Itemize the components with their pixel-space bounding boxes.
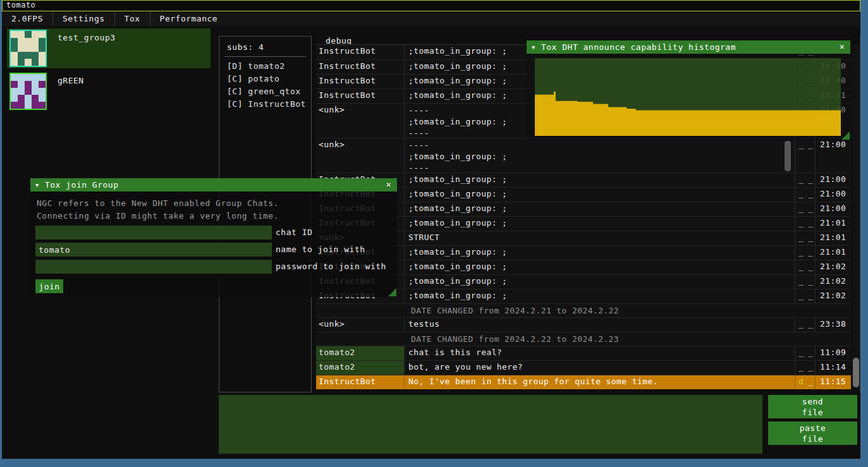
- join-field-row: chat ID: [35, 226, 397, 240]
- window-title: tomato: [6, 1, 35, 9]
- message-text: chat is this real?: [405, 346, 795, 360]
- members-header: subs: 4: [219, 37, 311, 52]
- member-item[interactable]: [C] green_qtox: [219, 85, 311, 98]
- avatar-pixel: [32, 59, 39, 66]
- status-mark: _: [808, 174, 813, 187]
- status-mark: _: [798, 291, 804, 303]
- resize-grip-icon[interactable]: [841, 131, 850, 140]
- avatar-pixel: [39, 81, 46, 88]
- message-text: ;tomato_in_group: ;: [405, 188, 795, 202]
- status-mark: _: [808, 348, 813, 360]
- message-text: testus: [405, 318, 795, 332]
- join-info-line: NGC refers to the New DHT enabled Group …: [37, 197, 397, 210]
- status-mark: _: [808, 362, 813, 375]
- window-titlebar[interactable]: tomato: [2, 0, 860, 11]
- collapse-triangle-icon[interactable]: ▼: [532, 44, 535, 51]
- menu-item-settings[interactable]: Settings: [53, 11, 115, 26]
- status-mark: _: [798, 262, 804, 274]
- avatar-pixel: [18, 31, 25, 38]
- dht-histogram-titlebar[interactable]: ▼ Tox DHT announce capability histogram …: [527, 40, 850, 54]
- avatar-pixel: [32, 31, 39, 38]
- message-time: 21:00: [816, 188, 851, 202]
- avatar-pixel: [11, 95, 18, 102]
- message-row[interactable]: tomato2bot, are you new here?__11:14: [316, 360, 851, 375]
- avatar-pixel: [25, 31, 32, 38]
- close-icon[interactable]: ✕: [837, 42, 847, 52]
- message-row[interactable]: InstructBotNo, I've been in this group f…: [316, 375, 851, 389]
- message-input[interactable]: [219, 395, 762, 454]
- message-text: ;tomato_in_group: ;: [405, 275, 795, 289]
- histogram-bars: [535, 58, 841, 136]
- group-name: test_group3: [58, 33, 116, 68]
- join-field-label: password to join with: [276, 260, 386, 274]
- avatar-pixel: [11, 38, 18, 45]
- status-mark: _: [798, 319, 804, 332]
- message-time: 21:02: [816, 260, 851, 274]
- avatar-pixel: [39, 31, 46, 38]
- avatar-pixel: [11, 45, 18, 52]
- message-sender: <unk>: [316, 138, 405, 173]
- join-group-title: Tox join Group: [45, 180, 119, 190]
- avatar-pixel: [18, 52, 25, 59]
- message-row[interactable]: <unk>----;tomato_in_group: ;----__21:00: [316, 138, 851, 173]
- message-text: No, I've been in this group for quite so…: [405, 375, 795, 389]
- avatar-pixel: [32, 102, 39, 109]
- close-icon[interactable]: ✕: [384, 179, 394, 190]
- date-separator-row: DATE CHANGED from 2024.2.22 to 2024.2.23: [316, 332, 851, 346]
- status-mark: _: [808, 262, 813, 274]
- chat-scrollbar[interactable]: [852, 44, 860, 389]
- sidebar-group-test_group3[interactable]: test_group3: [7, 28, 211, 68]
- menu-item-performance[interactable]: Performance: [150, 11, 228, 26]
- message-sender: InstructBot: [316, 75, 405, 88]
- avatar-pixel: [39, 74, 46, 81]
- avatar-pixel: [32, 74, 39, 81]
- avatar-pixel: [18, 74, 25, 81]
- menu-item-tox[interactable]: Tox: [115, 11, 150, 26]
- avatar-pixel: [11, 52, 18, 59]
- join-info-line: Connecting via ID might take a very long…: [37, 210, 397, 222]
- dht-capability-histogram-plot: [535, 58, 841, 136]
- message-sender: <unk>: [316, 318, 405, 332]
- avatar-pixel: [25, 102, 32, 109]
- status-mark: _: [798, 218, 804, 231]
- member-item[interactable]: [C] InstructBot: [219, 98, 311, 111]
- message-text: ;tomato_in_group: ;: [405, 260, 795, 274]
- join-input-password-to-join-with[interactable]: [35, 260, 272, 274]
- join-field-label: name to join with: [276, 243, 365, 257]
- paste-file-button[interactable]: paste file: [768, 422, 857, 445]
- menubar: 2.0FPSSettingsToxPerformance: [2, 11, 860, 26]
- join-button[interactable]: join: [35, 279, 63, 293]
- message-status: d_: [795, 375, 816, 389]
- join-input-chat-id[interactable]: [35, 226, 272, 240]
- avatar-pixel: [11, 81, 18, 88]
- message-status: __: [795, 289, 816, 303]
- status-mark: _: [808, 377, 813, 389]
- member-item[interactable]: [D] tomato2: [219, 60, 311, 73]
- message-text: ;tomato_in_group: ;: [405, 173, 795, 187]
- resize-grip-icon[interactable]: [388, 288, 396, 296]
- message-row[interactable]: tomato2chat is this real?__11:09: [316, 346, 851, 360]
- avatar-pixel: [25, 52, 32, 59]
- avatar-pixel: [25, 88, 32, 95]
- status-mark: _: [808, 203, 813, 216]
- join-input-name-to-join-with[interactable]: [35, 243, 272, 257]
- date-separator-row: DATE CHANGED from 2024.2.21 to 2024.2.22: [316, 303, 851, 317]
- status-mark: _: [798, 362, 804, 375]
- send-file-button[interactable]: send file: [768, 395, 857, 418]
- join-group-window: ▼ Tox join Group ✕ NGC refers to the New…: [30, 178, 397, 297]
- sidebar-group-gREEN[interactable]: gREEN: [7, 71, 211, 109]
- collapse-triangle-icon[interactable]: ▼: [35, 182, 39, 188]
- member-item[interactable]: [C] potato: [219, 73, 311, 85]
- avatar-pixel: [18, 88, 25, 95]
- chat-scrollbar-thumb[interactable]: [853, 358, 859, 387]
- join-group-titlebar[interactable]: ▼ Tox join Group ✕: [30, 178, 397, 191]
- status-mark: _: [808, 233, 813, 245]
- message-inner-scrollbar-thumb[interactable]: [785, 141, 791, 171]
- message-text: bot, are you new here?: [405, 361, 795, 375]
- group-avatar: [9, 30, 47, 67]
- status-mark: _: [798, 189, 804, 202]
- message-row[interactable]: <unk>testus__23:38: [316, 317, 851, 332]
- message-text: ;tomato_in_group: ;: [405, 289, 795, 303]
- message-text: ;tomato_in_group: ;: [405, 217, 795, 231]
- message-status: __: [795, 202, 816, 216]
